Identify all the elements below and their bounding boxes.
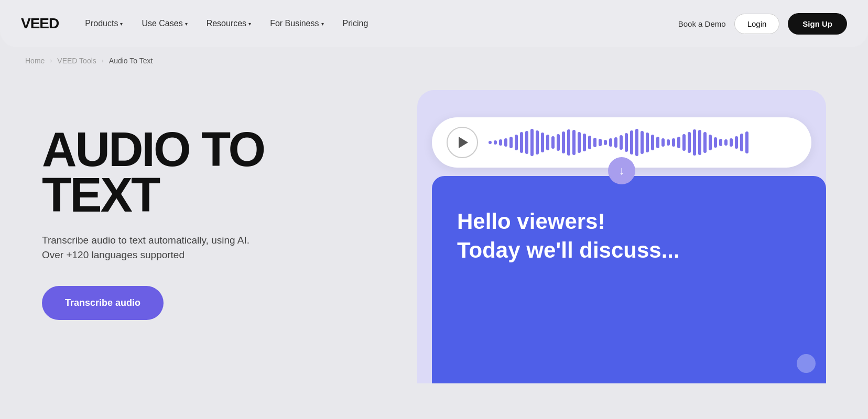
waveform-bar [614,137,617,148]
transcript-card: Hello viewers!Today we'll discuss... [432,176,826,383]
waveform-bars [489,129,797,156]
arrow-down-icon: ↓ [619,165,625,177]
waveform-bar [625,133,628,151]
breadcrumb-home[interactable]: Home [25,57,45,65]
waveform-bar [745,131,748,154]
waveform-bar [719,139,722,146]
waveform-bar [578,132,581,153]
nav-use-cases[interactable]: Use Cases ▾ [134,15,194,32]
waveform-bar [604,140,607,145]
waveform-bar [583,134,586,151]
waveform-bar [551,136,555,149]
waveform-bar [667,139,670,145]
main-content: AUDIO TO TEXT Transcribe audio to text a… [0,74,868,415]
small-circle-decoration [797,354,816,373]
navigation: VEED Products ▾ Use Cases ▾ Resources ▾ … [0,0,868,47]
waveform-bar [630,130,633,155]
waveform-bar [730,138,733,147]
waveform-bar [656,137,659,148]
breadcrumb-tools[interactable]: VEED Tools [57,57,96,65]
chevron-down-icon: ▾ [120,21,123,27]
waveform-bar [525,131,528,155]
nav-products[interactable]: Products ▾ [78,15,130,32]
waveform-bar [489,141,492,144]
waveform-bar [646,133,649,152]
waveform-bar [515,135,518,150]
nav-actions: Book a Demo Login Sign Up [678,13,847,35]
waveform-bar [541,133,544,152]
waveform-bar [724,139,728,145]
waveform-bar [688,132,691,153]
hero-left: AUDIO TO TEXT Transcribe audio to text a… [42,95,335,320]
waveform-bar [740,134,743,151]
waveform-bar [567,129,570,156]
play-button[interactable] [447,127,478,158]
waveform-bar [593,138,596,148]
play-icon [459,137,468,148]
waveform-bar [641,131,644,155]
chevron-down-icon: ▾ [321,21,324,27]
waveform-bar [557,134,560,151]
nav-for-business-label: For Business [270,19,319,28]
waveform-bar [499,139,502,145]
hero-illustration: ↓ Hello viewers!Today we'll discuss... [417,90,826,383]
arrow-down-circle: ↓ [608,157,635,184]
nav-for-business[interactable]: For Business ▾ [263,15,331,32]
login-button[interactable]: Login [734,14,780,34]
logo: VEED [21,15,59,32]
waveform-bar [520,132,523,152]
waveform-bar [504,138,507,147]
waveform-bar [735,136,738,149]
waveform-bar [651,135,654,150]
waveform-bar [588,136,591,149]
hero-title: AUDIO TO TEXT [42,127,335,218]
nav-pricing-label: Pricing [343,19,368,28]
breadcrumb-current: Audio To Text [109,57,153,65]
book-demo-link[interactable]: Book a Demo [678,19,726,28]
waveform-bar [635,129,638,156]
nav-pricing[interactable]: Pricing [335,15,376,32]
nav-resources[interactable]: Resources ▾ [199,15,258,32]
waveform-bar [698,130,701,155]
waveform-bar [714,137,717,148]
waveform-bar [703,132,707,152]
waveform-bar [494,140,497,145]
breadcrumb-sep-2: › [102,57,104,64]
nav-links: Products ▾ Use Cases ▾ Resources ▾ For B… [78,15,375,32]
waveform-bar [693,129,696,156]
waveform-bar [572,130,576,155]
waveform-bar [661,138,665,147]
waveform-bar [536,130,539,155]
waveform-bar [599,139,602,146]
waveform-bar [709,135,712,150]
nav-resources-label: Resources [207,19,246,28]
transcribe-audio-button[interactable]: Transcribe audio [42,286,164,320]
signup-button[interactable]: Sign Up [788,13,847,35]
chevron-down-icon: ▾ [248,21,251,27]
nav-products-label: Products [85,19,118,28]
waveform-bar [677,137,680,148]
waveform-bar [509,137,513,148]
breadcrumb-sep-1: › [50,57,52,64]
waveform-bar [530,129,534,156]
transcript-text: Hello viewers!Today we'll discuss... [457,207,801,264]
chevron-down-icon: ▾ [185,21,188,27]
waveform-bar [682,134,686,151]
waveform-bar [620,135,623,150]
waveform-bar [546,135,549,150]
hero-subtitle: Transcribe audio to text automatically, … [42,233,273,263]
nav-use-cases-label: Use Cases [142,19,182,28]
waveform-bar [562,131,565,154]
breadcrumb: Home › VEED Tools › Audio To Text [0,47,868,74]
waveform-bar [609,138,612,146]
waveform-bar [672,138,675,146]
